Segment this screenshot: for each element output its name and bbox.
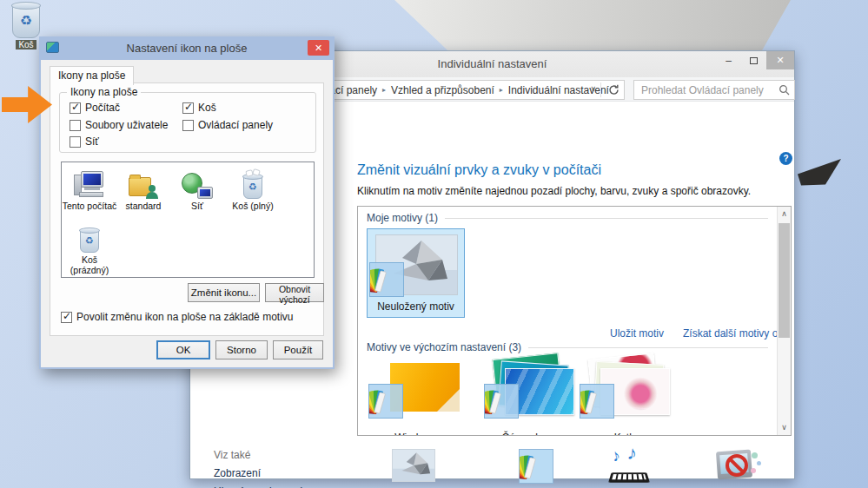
computer-icon [74, 171, 105, 199]
color-palette-icon [519, 449, 553, 484]
theme-label: Windows [367, 432, 465, 436]
sounds-icon: ♪ ♪ [605, 449, 653, 485]
see-also-link-display[interactable]: Zobrazení [214, 467, 261, 479]
tab-panel: Ikony na ploše ✓ Počítač Soubory uživate… [50, 82, 324, 336]
search-input[interactable]: Prohledat Ovládací panely [633, 80, 795, 100]
checkbox-network[interactable]: Síť [70, 135, 99, 148]
footer-item-sounds[interactable]: ♪ ♪ Zvuky Výchozí nastavení [581, 449, 677, 488]
theme-tile-unsaved[interactable]: Neuložený motiv [367, 228, 465, 318]
checkbox-control-panel[interactable]: Ovládací panely [182, 119, 273, 131]
recycle-bin-label: Koš [16, 40, 36, 49]
themes-panel: Moje motivy (1) Neuložený motiv Uložit m… [357, 206, 792, 436]
groupbox-title: Ikony na ploše [67, 86, 141, 98]
checkbox-user-files[interactable]: Soubory uživatele [70, 119, 168, 131]
check-icon: ✓ [63, 310, 71, 322]
icon-item-recycle-empty[interactable]: ♻ Koš (prázdný) [62, 221, 117, 275]
get-more-themes-link[interactable]: Získat další motivy online [683, 327, 792, 340]
tab-desktop-icons[interactable]: Ikony na ploše [50, 66, 134, 85]
close-button[interactable]: ✕ [766, 51, 794, 69]
dialog-close-button[interactable]: ✕ [308, 40, 329, 56]
scrollbar-thumb[interactable] [779, 223, 790, 338]
palette-icon [369, 262, 404, 297]
user-folder-icon [129, 175, 158, 199]
check-icon: ✓ [184, 101, 193, 113]
ok-button[interactable]: OK [156, 340, 210, 359]
palette-icon [484, 384, 519, 419]
page-heading: Změnit vizuální prvky a zvuky v počítači [357, 162, 601, 178]
wallpaper-laptop-tip [798, 159, 841, 187]
wallpaper-laptop-lid [382, 0, 791, 50]
scrollbar[interactable]: ∧ ∨ [777, 207, 791, 435]
icon-item-user-folder[interactable]: standard [116, 168, 171, 211]
maximize-button[interactable] [741, 51, 766, 69]
theme-label: Čáry a barvy [482, 432, 580, 436]
recycle-bin-empty-icon: ♻ [80, 229, 99, 253]
my-themes-header: Moje motivy (1) [367, 212, 438, 224]
help-icon[interactable]: ? [779, 152, 792, 165]
minimize-button[interactable]: – [716, 51, 741, 69]
search-icon[interactable] [779, 84, 790, 98]
theme-tile-windows[interactable]: Windows [367, 356, 465, 436]
checkbox-recycle-bin[interactable]: ✓ Koš [182, 102, 216, 114]
breadcrumb-dropdown-icon[interactable]: ∨ [590, 84, 596, 93]
network-icon [182, 173, 213, 199]
breadcrumb-separator-icon: ▸ [500, 86, 503, 94]
default-themes-header: Motivy ve výchozím nastavení (3) [367, 341, 521, 353]
check-icon: ✓ [71, 101, 80, 113]
icon-preview-list: Tento počítač standard Síť ♻ Koš (pln [61, 162, 315, 278]
change-icon-button[interactable]: Změnit ikonu... [188, 283, 260, 302]
screensaver-icon [712, 449, 764, 487]
recycle-bin-full-icon: ♻ [243, 175, 262, 199]
recycle-glyph: ♻ [20, 14, 32, 28]
palette-icon [368, 384, 403, 419]
breadcrumb-separator-icon: ▸ [382, 86, 386, 94]
palette-icon [580, 384, 614, 419]
footer-item-desktop-background[interactable]: Pozadí plochy asus [374, 449, 453, 488]
scroll-up-icon[interactable]: ∧ [778, 208, 791, 221]
refresh-icon[interactable] [608, 84, 620, 98]
desktop-icon-settings-dialog: Nastavení ikon na ploše ✕ Ikony na ploše… [39, 36, 335, 369]
theme-tile-flowers[interactable]: Kytky [578, 356, 676, 436]
recycle-bin-icon: ♻ [12, 3, 40, 38]
dialog-title: Nastavení ikon na ploše [39, 42, 335, 55]
theme-label: Kytky [578, 432, 676, 436]
dialog-titlebar[interactable]: Nastavení ikon na ploše ✕ [39, 36, 335, 60]
see-also-header: Viz také [214, 449, 250, 461]
breadcrumb-item-appearance[interactable]: Vzhled a přizpůsobení [391, 84, 494, 96]
footer-item-screensaver[interactable]: Spořič obrazovky Žádný [690, 449, 785, 488]
icon-item-network[interactable]: Síť [169, 168, 225, 211]
scroll-down-icon[interactable]: ∨ [778, 421, 791, 434]
checkbox-allow-theme-icons[interactable]: ✓ Povolit změnu ikon na ploše na základě… [61, 311, 293, 323]
icon-item-recycle-full[interactable]: ♻ Koš (plný) [225, 168, 281, 211]
cancel-button[interactable]: Storno [215, 340, 268, 359]
apply-button[interactable]: Použít [273, 340, 323, 359]
footer-item-color[interactable]: Barva Automaticky [493, 449, 580, 488]
icon-item-computer[interactable]: Tento počítač [62, 168, 117, 211]
checkbox-computer[interactable]: ✓ Počítač [70, 102, 120, 114]
desktop-background-thumbnail [392, 449, 435, 482]
theme-label: Neuložený motiv [368, 300, 464, 313]
search-placeholder: Prohledat Ovládací panely [641, 84, 764, 96]
save-theme-link[interactable]: Uložit motiv [610, 327, 664, 340]
theme-tile-lines-colors[interactable]: Čáry a barvy [482, 356, 580, 436]
page-subheading: Kliknutím na motiv změníte najednou poza… [357, 185, 751, 197]
restore-default-button[interactable]: Obnovit výchozí [265, 283, 324, 302]
